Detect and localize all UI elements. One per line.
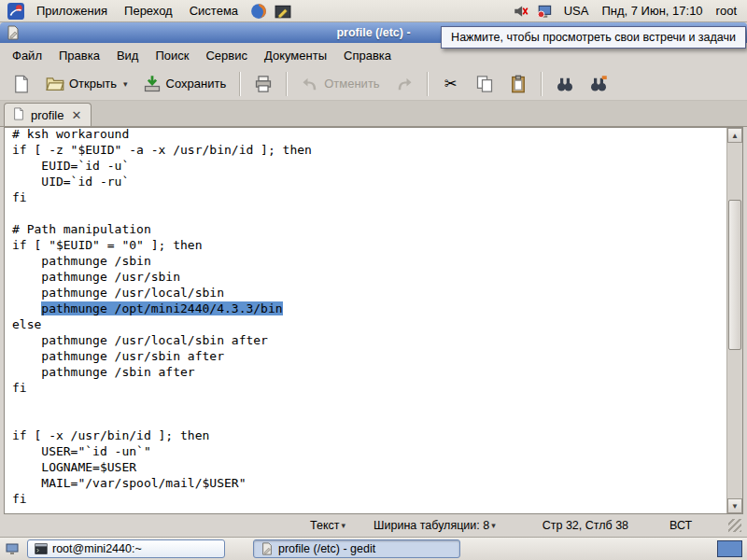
vertical-scrollbar[interactable]: ▲ ▼: [726, 128, 742, 513]
statusbar: Текст ▾ Ширина табуляции: 8 ▾ Стр 32, Ст…: [0, 514, 747, 537]
menu-help[interactable]: Справка: [335, 45, 400, 66]
menu-applications[interactable]: Приложения: [28, 1, 116, 21]
highlight-mode-chevron-icon: ▾: [341, 521, 345, 530]
scrollbar-thumb[interactable]: [728, 200, 741, 350]
gedit-window: profile (/etc) - Файл Правка Вид Поиск С…: [0, 22, 747, 537]
highlight-mode-label: Текст: [310, 519, 339, 532]
tab-width-selector[interactable]: Ширина табуляции: 8 ▾: [370, 517, 500, 534]
taskbar-item-label: profile (/etc) - gedit: [278, 542, 375, 555]
bottom-taskbar: root@mini2440:~ profile (/etc) - gedit: [0, 537, 747, 560]
find-binoculars-icon: [556, 75, 574, 93]
paste-button[interactable]: [501, 70, 535, 97]
menu-documents[interactable]: Документы: [256, 45, 335, 66]
toolbar-separator: [286, 72, 288, 96]
menu-search[interactable]: Поиск: [147, 45, 197, 66]
copy-button[interactable]: [468, 70, 501, 97]
code-line: UID=`id -ru`: [12, 174, 726, 189]
taskbar-item-terminal[interactable]: root@mini2440:~: [27, 539, 225, 558]
menu-places[interactable]: Переход: [116, 1, 181, 21]
code-line: # Path manipulation: [12, 221, 726, 237]
code-line: fi: [12, 491, 726, 507]
open-dropdown-arrow-icon[interactable]: ▾: [123, 79, 128, 89]
print-button[interactable]: [247, 70, 280, 97]
code-line: pathmunge /sbin after: [12, 364, 726, 380]
redo-button[interactable]: [388, 70, 421, 97]
cut-scissors-icon: ✂: [442, 75, 460, 93]
tab-width-label: Ширина табуляции: 8: [374, 519, 489, 532]
editor-text-view[interactable]: # ksh workaroundif [ -z "$EUID" -a -x /u…: [5, 128, 726, 513]
document-tabbar: profile ✕: [0, 101, 747, 127]
resize-grip[interactable]: [728, 519, 741, 532]
code-line: pathmunge /sbin: [12, 253, 726, 269]
cut-button[interactable]: ✂: [434, 70, 468, 97]
new-document-button[interactable]: [5, 70, 38, 97]
copy-icon: [475, 75, 494, 93]
toolbar-separator: [427, 72, 429, 96]
code-line: else: [12, 316, 726, 332]
print-icon: [254, 75, 273, 93]
code-line: pathmunge /opt/mini2440/4.3.3/bin: [12, 301, 726, 316]
code-line: pathmunge /usr/sbin after: [12, 348, 726, 364]
code-line: if [ -x /usr/bin/id ]; then: [12, 427, 726, 443]
text-editor-launcher-icon[interactable]: [273, 1, 293, 21]
desktop: Приложения Переход Система USA Пнд, 7 Ию…: [0, 0, 747, 560]
tab-close-icon[interactable]: ✕: [69, 109, 83, 121]
find-button[interactable]: [548, 70, 582, 97]
code-line: pathmunge /usr/local/sbin after: [12, 332, 726, 348]
open-folder-icon: [46, 75, 64, 93]
keyboard-layout-indicator[interactable]: USA: [557, 4, 596, 18]
selected-text: pathmunge /opt/mini2440/4.3.3/bin: [41, 301, 282, 315]
scroll-up-icon[interactable]: ▲: [727, 128, 742, 143]
toolbar: Открыть ▾ Сохранить Отменить ✂: [0, 67, 747, 101]
code-line: if [ "$EUID" = "0" ]; then: [12, 237, 726, 253]
document-icon: [12, 107, 25, 123]
menu-system[interactable]: Система: [181, 1, 247, 21]
toolbar-separator: [541, 72, 543, 96]
code-line: [12, 396, 726, 412]
code-line: [12, 205, 726, 221]
menu-file[interactable]: Файл: [4, 45, 50, 66]
code-line: [12, 412, 726, 427]
undo-button-label: Отменить: [324, 77, 379, 91]
firefox-launcher-icon[interactable]: [248, 1, 269, 21]
highlight-mode-selector[interactable]: Текст ▾: [306, 517, 349, 534]
scroll-down-icon[interactable]: ▼: [727, 498, 742, 513]
gnome-top-panel: Приложения Переход Система USA Пнд, 7 Ию…: [0, 0, 747, 22]
user-switcher[interactable]: root: [710, 4, 743, 18]
show-desktop-icon[interactable]: [3, 539, 21, 558]
open-button[interactable]: Открыть ▾: [38, 70, 135, 97]
save-icon: [143, 75, 162, 93]
undo-icon: [301, 75, 319, 93]
code-line: fi: [12, 189, 726, 205]
clock-tooltip: Нажмите, чтобы просмотреть свои встречи …: [441, 26, 746, 49]
tab-label: profile: [31, 108, 63, 122]
code-line: pathmunge /usr/local/sbin: [12, 285, 726, 301]
find-replace-icon: [589, 75, 608, 93]
tab-profile[interactable]: profile ✕: [4, 103, 92, 126]
replace-button[interactable]: [582, 70, 615, 97]
volume-muted-icon[interactable]: [511, 1, 531, 21]
network-status-icon[interactable]: [535, 1, 556, 21]
redo-icon: [395, 75, 414, 93]
gedit-icon: [261, 542, 274, 555]
workspace-switcher[interactable]: [717, 540, 742, 557]
clock-applet[interactable]: Пнд, 7 Июн, 17:10: [595, 4, 709, 18]
applications-menu-icon[interactable]: [6, 1, 26, 21]
code-line: fi: [12, 380, 726, 396]
menu-tools[interactable]: Сервис: [197, 45, 256, 66]
tab-width-chevron-icon: ▾: [491, 521, 496, 530]
menu-edit[interactable]: Правка: [50, 45, 108, 66]
open-button-label: Открыть: [69, 77, 117, 91]
save-button[interactable]: Сохранить: [135, 70, 234, 97]
menu-view[interactable]: Вид: [108, 45, 148, 66]
undo-button[interactable]: Отменить: [293, 70, 387, 97]
paste-clipboard-icon: [509, 75, 528, 93]
code-line: if [ -z "$EUID" -a -x /usr/bin/id ]; the…: [12, 142, 726, 158]
taskbar-item-gedit[interactable]: profile (/etc) - gedit: [253, 539, 460, 558]
cursor-position-label: Стр 32, Стлб 38: [543, 519, 628, 532]
code-line: USER="`id -un`": [12, 443, 726, 459]
code-line: # ksh workaround: [12, 128, 726, 142]
code-line: MAIL="/var/spool/mail/$USER": [12, 475, 726, 491]
new-document-icon: [12, 75, 31, 93]
save-button-label: Сохранить: [166, 77, 227, 91]
